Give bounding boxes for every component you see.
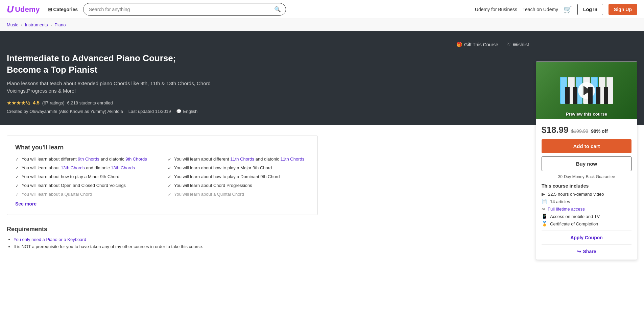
logo-u-icon: U	[7, 4, 14, 15]
requirements-title: Requirements	[7, 226, 318, 233]
price-original: $199.99	[571, 128, 589, 134]
requirement-link[interactable]: You only need a Piano or a Keyboard	[14, 237, 86, 242]
learn-grid: ✓ You will learn about different 9th Cho…	[15, 156, 309, 197]
13th-chords-link[interactable]: 13th Chords	[61, 165, 85, 170]
star-icons: ★★★★½	[7, 100, 30, 106]
learn-item: ✓ You will learn about different 9th Cho…	[15, 156, 157, 162]
learn-text: You will learn about how to play a Minor…	[22, 174, 119, 179]
add-to-cart-button[interactable]: Add to cart	[542, 139, 631, 153]
learn-text: You will learn about how to play a Domin…	[174, 174, 280, 179]
price-current: $18.99	[542, 125, 569, 135]
grid-icon: ⊞	[48, 7, 52, 12]
play-button[interactable]	[578, 82, 595, 99]
check-icon: ✓	[15, 157, 19, 162]
breadcrumb-piano[interactable]: Piano	[54, 22, 66, 27]
learn-item: ✓ You will learn about Chord Progression…	[168, 183, 309, 188]
learn-text: You will learn about 13th Chords and dia…	[22, 165, 135, 170]
breadcrumb: Music › Instruments › Piano	[0, 19, 644, 31]
learn-item-faded: ✓ You will learn about a Quartal Chord	[15, 192, 157, 197]
includes-cert-text: Certificate of Completion	[550, 221, 598, 226]
learn-item: ✓ You will learn about 13th Chords and d…	[15, 165, 157, 171]
check-icon: ✓	[15, 183, 19, 188]
includes-item-articles: 📄 14 articles	[542, 199, 631, 204]
breadcrumb-instruments[interactable]: Instruments	[25, 22, 48, 27]
learn-col-right: ✓ You will learn about different 11th Ch…	[168, 156, 309, 197]
check-icon: ✓	[168, 174, 171, 179]
includes-access-text: Full lifetime access	[548, 207, 585, 212]
logo-link[interactable]: U Udemy	[7, 4, 40, 15]
requirements-section: Requirements You only need a Piano or a …	[7, 226, 318, 249]
check-icon: ✓	[168, 166, 171, 171]
9th-chords-link[interactable]: 9th Chords	[78, 156, 99, 162]
enrollment-count: 6,218 students enrolled	[67, 100, 113, 105]
learn-item: ✓ You will learn about different 11th Ch…	[168, 156, 309, 162]
check-icon: ✓	[168, 157, 171, 162]
heart-icon: ♡	[506, 42, 511, 47]
breadcrumb-music[interactable]: Music	[7, 22, 18, 27]
check-icon: ✓	[15, 192, 19, 197]
gift-course-button[interactable]: 🎁 Add to cart Gift This Course	[456, 42, 498, 47]
infinity-icon: ∞	[542, 206, 545, 212]
hero-rating: ★★★★½ 4.5 (67 ratings) 6,218 students en…	[7, 100, 211, 106]
share-button[interactable]: ↪ Share	[577, 249, 596, 254]
updated-info: Last updated 11/2019	[128, 109, 171, 114]
gift-text: Gift This Course	[464, 42, 498, 47]
see-more-link[interactable]: See more	[15, 201, 37, 207]
categories-label: Categories	[53, 7, 78, 12]
apply-coupon-link[interactable]: Apply Coupon	[570, 235, 603, 240]
learn-col-left: ✓ You will learn about different 9th Cho…	[15, 156, 157, 197]
learn-text: You will learn about a Quartal Chord	[22, 192, 92, 197]
article-icon: 📄	[542, 199, 547, 204]
11th-chords-link[interactable]: 11th Chords	[230, 156, 254, 162]
preview-label: Preview this course	[566, 112, 607, 117]
categories-button[interactable]: ⊞ Categories	[47, 7, 78, 12]
login-button[interactable]: Log In	[577, 4, 603, 15]
hero-meta: Created by Oluwayanmife (Also Known as Y…	[7, 109, 211, 114]
breadcrumb-sep-2: ›	[51, 23, 52, 27]
includes-item-mobile: 📱 Access on mobile and TV	[542, 214, 631, 219]
course-subtitle: Piano lessons that teach about extended …	[7, 80, 211, 95]
piano-key-black	[565, 87, 570, 104]
price-discount: 90% off	[591, 128, 608, 134]
learn-text: You will learn about different 11th Chor…	[174, 156, 304, 162]
check-icon: ✓	[168, 192, 171, 197]
includes-video-text: 22.5 hours on-demand video	[548, 192, 604, 197]
share-section: ↪ Share	[542, 244, 631, 254]
cart-icon[interactable]: 🛒	[564, 5, 572, 14]
13th-chords-link-2[interactable]: 13th Chords	[111, 165, 135, 170]
hero-left: Intermediate to Advanced Piano Course; B…	[7, 53, 216, 114]
learn-item: ✓ You will learn about Open and Closed C…	[15, 183, 157, 188]
includes-list: ▶ 22.5 hours on-demand video 📄 14 articl…	[542, 191, 631, 226]
includes-item-access: ∞ Full lifetime access	[542, 206, 631, 212]
search-input[interactable]	[84, 4, 269, 15]
share-label: Share	[583, 249, 596, 254]
requirement-item: You only need a Piano or a Keyboard	[14, 237, 318, 242]
learn-text: You will learn about a Quintal Chord	[174, 192, 244, 197]
course-title: Intermediate to Advanced Piano Course; B…	[7, 53, 211, 76]
includes-title: This course includes	[542, 183, 631, 189]
navbar: U Udemy ⊞ Categories 🔍 Udemy for Busines…	[0, 0, 644, 19]
9th-chords-link-2[interactable]: 9th Chords	[125, 156, 147, 162]
gift-icon: 🎁	[456, 42, 462, 47]
business-link[interactable]: Udemy for Business	[475, 7, 517, 12]
main-content: What you'll learn ✓ You will learn about…	[0, 125, 325, 268]
teach-link[interactable]: Teach on Udemy	[523, 7, 558, 12]
includes-articles-text: 14 articles	[550, 199, 570, 204]
learn-title: What you'll learn	[15, 144, 309, 151]
buy-now-button[interactable]: Buy now	[542, 156, 631, 171]
mobile-icon: 📱	[542, 214, 547, 219]
learn-text: You will learn about Chord Progressions	[174, 183, 252, 188]
navbar-right: Udemy for Business Teach on Udemy 🛒 Log …	[475, 4, 637, 15]
search-button[interactable]: 🔍	[269, 3, 286, 15]
learn-item: ✓ You will learn about how to play a Maj…	[168, 165, 309, 171]
share-icon: ↪	[577, 249, 581, 254]
preview-button[interactable]: Preview this course	[536, 62, 637, 119]
requirement-item: It is NOT a prerequisite for you to have…	[14, 244, 318, 249]
11th-chords-link-2[interactable]: 11th Chords	[280, 156, 304, 162]
wishlist-button[interactable]: ♡ Wishlist	[506, 42, 529, 47]
language-text: English	[183, 109, 197, 114]
course-card: Preview this course $18.99 $199.99 90% o…	[536, 62, 637, 260]
breadcrumb-sep-1: ›	[21, 23, 22, 27]
signup-button[interactable]: Sign Up	[609, 4, 637, 15]
includes-item-video: ▶ 22.5 hours on-demand video	[542, 191, 631, 197]
